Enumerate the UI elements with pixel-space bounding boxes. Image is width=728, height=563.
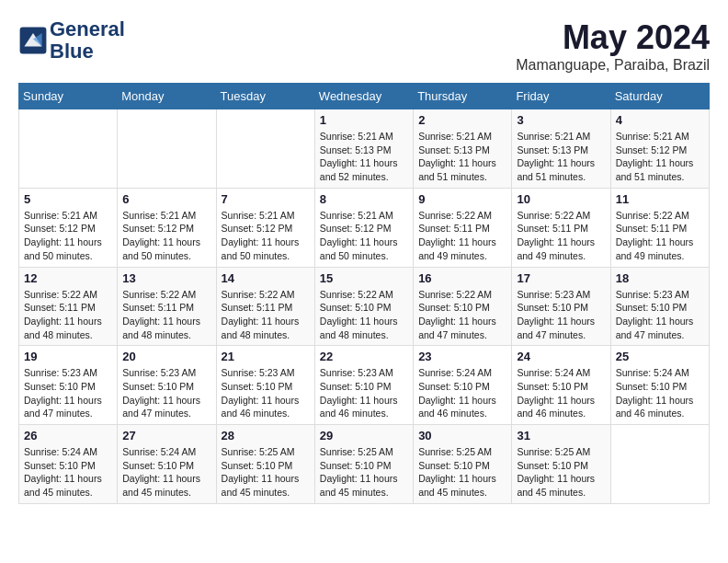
calendar-cell: 12Sunrise: 5:22 AMSunset: 5:11 PMDayligh… <box>19 267 118 346</box>
day-info: Sunrise: 5:22 AMSunset: 5:11 PMDaylight:… <box>616 209 704 263</box>
calendar-week-row: 19Sunrise: 5:23 AMSunset: 5:10 PMDayligh… <box>19 346 710 425</box>
day-number: 21 <box>222 350 310 363</box>
day-number: 15 <box>320 271 408 285</box>
calendar-cell: 29Sunrise: 5:25 AMSunset: 5:10 PMDayligh… <box>314 425 413 504</box>
calendar-cell: 6Sunrise: 5:21 AMSunset: 5:12 PMDaylight… <box>118 188 216 267</box>
calendar-cell: 23Sunrise: 5:24 AMSunset: 5:10 PMDayligh… <box>414 346 512 425</box>
weekday-header-friday: Friday <box>512 84 610 109</box>
calendar-cell: 11Sunrise: 5:22 AMSunset: 5:11 PMDayligh… <box>610 188 709 267</box>
calendar-cell <box>610 425 709 504</box>
calendar-cell: 18Sunrise: 5:23 AMSunset: 5:10 PMDayligh… <box>610 267 709 346</box>
day-number: 20 <box>122 350 210 363</box>
day-info: Sunrise: 5:25 AMSunset: 5:10 PMDaylight:… <box>517 445 605 500</box>
weekday-header-row: SundayMondayTuesdayWednesdayThursdayFrid… <box>19 84 710 109</box>
calendar-cell: 14Sunrise: 5:22 AMSunset: 5:11 PMDayligh… <box>216 267 314 346</box>
day-info: Sunrise: 5:21 AMSunset: 5:12 PMDaylight:… <box>222 209 310 263</box>
day-info: Sunrise: 5:21 AMSunset: 5:12 PMDaylight:… <box>24 209 112 263</box>
day-number: 28 <box>222 429 310 442</box>
calendar-table: SundayMondayTuesdayWednesdayThursdayFrid… <box>18 83 710 504</box>
day-info: Sunrise: 5:23 AMSunset: 5:10 PMDaylight:… <box>122 366 210 420</box>
day-info: Sunrise: 5:22 AMSunset: 5:11 PMDaylight:… <box>24 288 112 342</box>
day-number: 19 <box>24 350 112 363</box>
day-info: Sunrise: 5:21 AMSunset: 5:12 PMDaylight:… <box>122 209 210 263</box>
day-number: 30 <box>418 429 506 442</box>
calendar-cell: 17Sunrise: 5:23 AMSunset: 5:10 PMDayligh… <box>512 267 610 346</box>
calendar-cell: 13Sunrise: 5:22 AMSunset: 5:11 PMDayligh… <box>118 267 216 346</box>
calendar-cell: 8Sunrise: 5:21 AMSunset: 5:12 PMDaylight… <box>314 188 413 267</box>
weekday-header-monday: Monday <box>118 84 216 109</box>
page-header: General Blue May 2024 Mamanguape, Paraib… <box>18 18 710 74</box>
calendar-cell <box>19 109 118 189</box>
calendar-cell: 25Sunrise: 5:24 AMSunset: 5:10 PMDayligh… <box>610 346 709 425</box>
day-number: 13 <box>122 271 210 285</box>
day-number: 26 <box>24 429 112 442</box>
day-number: 25 <box>616 350 704 363</box>
calendar-week-row: 1Sunrise: 5:21 AMSunset: 5:13 PMDaylight… <box>19 109 710 189</box>
day-info: Sunrise: 5:25 AMSunset: 5:10 PMDaylight:… <box>320 445 408 500</box>
calendar-cell: 22Sunrise: 5:23 AMSunset: 5:10 PMDayligh… <box>314 346 413 425</box>
calendar-cell <box>118 109 216 189</box>
day-number: 7 <box>222 192 310 206</box>
day-info: Sunrise: 5:24 AMSunset: 5:10 PMDaylight:… <box>122 445 210 500</box>
calendar-cell: 20Sunrise: 5:23 AMSunset: 5:10 PMDayligh… <box>118 346 216 425</box>
day-number: 24 <box>517 350 605 363</box>
day-info: Sunrise: 5:24 AMSunset: 5:10 PMDaylight:… <box>418 366 506 420</box>
day-number: 18 <box>616 271 704 285</box>
logo-icon <box>18 26 48 55</box>
day-info: Sunrise: 5:22 AMSunset: 5:11 PMDaylight:… <box>517 209 605 263</box>
location-subtitle: Mamanguape, Paraiba, Brazil <box>516 57 710 74</box>
day-info: Sunrise: 5:22 AMSunset: 5:11 PMDaylight:… <box>122 288 210 342</box>
calendar-cell: 10Sunrise: 5:22 AMSunset: 5:11 PMDayligh… <box>512 188 610 267</box>
day-number: 5 <box>24 192 112 206</box>
day-info: Sunrise: 5:23 AMSunset: 5:10 PMDaylight:… <box>24 366 112 420</box>
calendar-cell: 15Sunrise: 5:22 AMSunset: 5:10 PMDayligh… <box>314 267 413 346</box>
day-info: Sunrise: 5:21 AMSunset: 5:12 PMDaylight:… <box>320 209 408 263</box>
day-number: 6 <box>122 192 210 206</box>
logo: General Blue <box>18 18 125 63</box>
title-area: May 2024 Mamanguape, Paraiba, Brazil <box>516 18 710 74</box>
calendar-cell: 21Sunrise: 5:23 AMSunset: 5:10 PMDayligh… <box>216 346 314 425</box>
calendar-cell: 19Sunrise: 5:23 AMSunset: 5:10 PMDayligh… <box>19 346 118 425</box>
calendar-cell: 4Sunrise: 5:21 AMSunset: 5:12 PMDaylight… <box>610 109 709 189</box>
day-info: Sunrise: 5:22 AMSunset: 5:10 PMDaylight:… <box>418 288 506 342</box>
logo-text: General Blue <box>50 18 125 63</box>
day-number: 10 <box>517 192 605 206</box>
day-info: Sunrise: 5:22 AMSunset: 5:11 PMDaylight:… <box>222 288 310 342</box>
day-number: 11 <box>616 192 704 206</box>
day-number: 1 <box>320 113 408 127</box>
calendar-cell: 3Sunrise: 5:21 AMSunset: 5:13 PMDaylight… <box>512 109 610 189</box>
day-info: Sunrise: 5:23 AMSunset: 5:10 PMDaylight:… <box>517 288 605 342</box>
day-number: 23 <box>418 350 506 363</box>
calendar-body: 1Sunrise: 5:21 AMSunset: 5:13 PMDaylight… <box>19 109 710 504</box>
weekday-header-tuesday: Tuesday <box>216 84 314 109</box>
day-info: Sunrise: 5:21 AMSunset: 5:13 PMDaylight:… <box>320 130 408 184</box>
day-info: Sunrise: 5:23 AMSunset: 5:10 PMDaylight:… <box>616 288 704 342</box>
calendar-week-row: 5Sunrise: 5:21 AMSunset: 5:12 PMDaylight… <box>19 188 710 267</box>
day-info: Sunrise: 5:24 AMSunset: 5:10 PMDaylight:… <box>517 366 605 420</box>
calendar-week-row: 12Sunrise: 5:22 AMSunset: 5:11 PMDayligh… <box>19 267 710 346</box>
weekday-header-wednesday: Wednesday <box>314 84 413 109</box>
day-number: 29 <box>320 429 408 442</box>
day-number: 31 <box>517 429 605 442</box>
day-info: Sunrise: 5:23 AMSunset: 5:10 PMDaylight:… <box>222 366 310 420</box>
day-info: Sunrise: 5:22 AMSunset: 5:10 PMDaylight:… <box>320 288 408 342</box>
weekday-header-saturday: Saturday <box>610 84 709 109</box>
calendar-cell: 9Sunrise: 5:22 AMSunset: 5:11 PMDaylight… <box>414 188 512 267</box>
calendar-cell: 1Sunrise: 5:21 AMSunset: 5:13 PMDaylight… <box>314 109 413 189</box>
calendar-cell: 27Sunrise: 5:24 AMSunset: 5:10 PMDayligh… <box>118 425 216 504</box>
calendar-week-row: 26Sunrise: 5:24 AMSunset: 5:10 PMDayligh… <box>19 425 710 504</box>
calendar-cell: 31Sunrise: 5:25 AMSunset: 5:10 PMDayligh… <box>512 425 610 504</box>
calendar-cell: 30Sunrise: 5:25 AMSunset: 5:10 PMDayligh… <box>414 425 512 504</box>
day-info: Sunrise: 5:21 AMSunset: 5:13 PMDaylight:… <box>517 130 605 184</box>
calendar-header: SundayMondayTuesdayWednesdayThursdayFrid… <box>19 84 710 109</box>
day-number: 17 <box>517 271 605 285</box>
calendar-cell: 2Sunrise: 5:21 AMSunset: 5:13 PMDaylight… <box>414 109 512 189</box>
day-info: Sunrise: 5:24 AMSunset: 5:10 PMDaylight:… <box>616 366 704 420</box>
day-info: Sunrise: 5:24 AMSunset: 5:10 PMDaylight:… <box>24 445 112 500</box>
day-number: 3 <box>517 113 605 127</box>
day-info: Sunrise: 5:22 AMSunset: 5:11 PMDaylight:… <box>418 209 506 263</box>
calendar-cell: 26Sunrise: 5:24 AMSunset: 5:10 PMDayligh… <box>19 425 118 504</box>
calendar-cell: 16Sunrise: 5:22 AMSunset: 5:10 PMDayligh… <box>414 267 512 346</box>
day-number: 9 <box>418 192 506 206</box>
weekday-header-sunday: Sunday <box>19 84 118 109</box>
